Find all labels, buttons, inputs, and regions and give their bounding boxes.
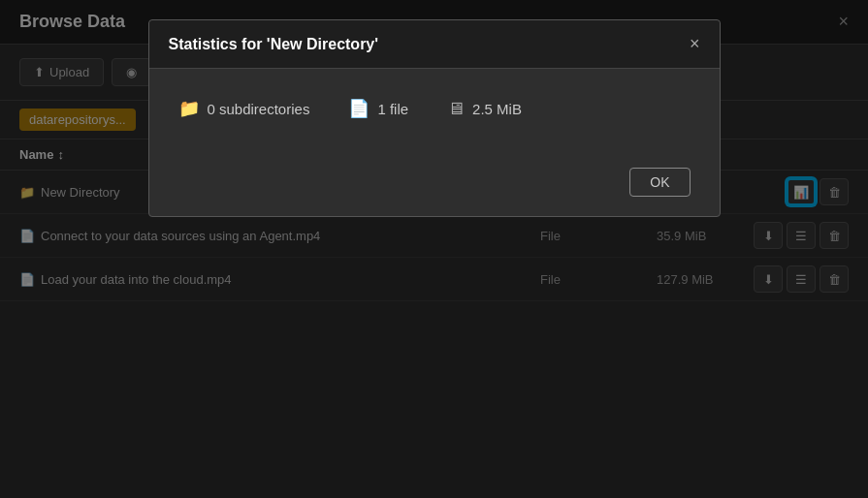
ok-button[interactable]: OK (629, 168, 690, 197)
files-stat: 📄 1 file (348, 98, 408, 119)
modal-close-button[interactable]: × (690, 34, 700, 54)
subdirectories-label: 0 subdirectories (208, 101, 310, 117)
modal-overlay: Statistics for 'New Directory' × 📁 0 sub… (0, 0, 868, 498)
modal-footer: OK (149, 168, 720, 216)
folder-icon: 📁 (178, 98, 200, 119)
file-icon: 📄 (348, 98, 370, 119)
subdirectories-stat: 📁 0 subdirectories (178, 98, 310, 119)
files-label: 1 file (377, 101, 408, 117)
modal-title: Statistics for 'New Directory' (169, 36, 379, 53)
storage-icon: 🖥 (447, 99, 465, 119)
modal-header: Statistics for 'New Directory' × (149, 20, 720, 69)
modal-body: 📁 0 subdirectories 📄 1 file 🖥 2.5 MiB (149, 69, 720, 168)
statistics-modal: Statistics for 'New Directory' × 📁 0 sub… (148, 19, 721, 217)
size-stat: 🖥 2.5 MiB (447, 99, 522, 119)
stats-row: 📁 0 subdirectories 📄 1 file 🖥 2.5 MiB (178, 98, 691, 119)
size-label: 2.5 MiB (472, 101, 522, 117)
